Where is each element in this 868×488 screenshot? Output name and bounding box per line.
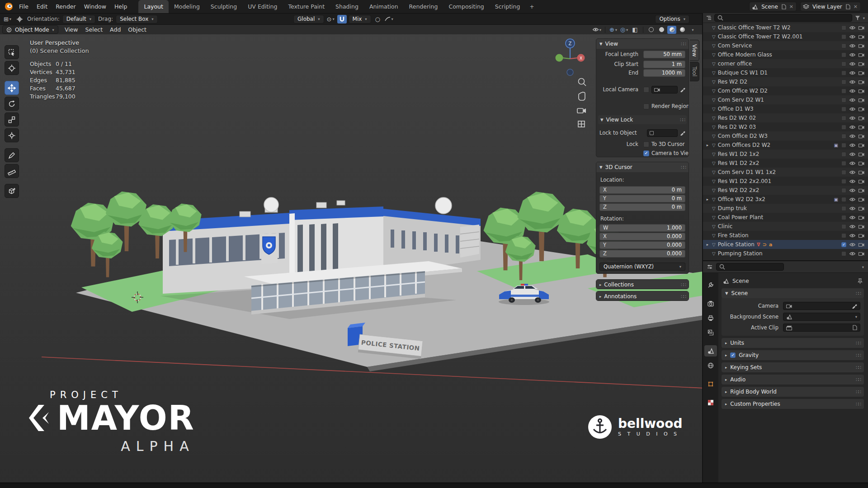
- workspace-tab-uv-editing[interactable]: UV Editing: [242, 0, 283, 13]
- mode-dropdown[interactable]: Object Mode▾: [2, 25, 58, 34]
- cursor-rotation-z-field[interactable]: Z0.000: [599, 250, 685, 258]
- tool-rotate[interactable]: [5, 97, 19, 111]
- menu-help[interactable]: Help: [110, 1, 132, 12]
- workspace-tab-sculpting[interactable]: Sculpting: [205, 0, 242, 13]
- exclude-checkbox[interactable]: [841, 206, 846, 211]
- background-scene-field[interactable]: ▾: [783, 313, 860, 321]
- hide-eye-icon[interactable]: [849, 206, 855, 211]
- tool-select-box[interactable]: [5, 45, 19, 59]
- exclude-checkbox[interactable]: [841, 143, 846, 148]
- camera-visibility-icon[interactable]: [859, 215, 864, 220]
- cursor-location-y-field[interactable]: Y0 m: [599, 195, 685, 202]
- hide-eye-icon[interactable]: [849, 89, 855, 93]
- menu-render[interactable]: Render: [52, 1, 80, 12]
- properties-search-input[interactable]: [716, 263, 784, 271]
- to-3d-cursor-checkbox[interactable]: [643, 141, 649, 147]
- local-camera-checkbox[interactable]: [643, 87, 649, 93]
- cursor-location-x-field[interactable]: X0 m: [599, 186, 685, 194]
- eyedropper-icon[interactable]: [680, 130, 685, 136]
- tool-annotate[interactable]: [5, 148, 19, 162]
- menu-file[interactable]: File: [15, 1, 33, 12]
- outliner-item-com-service[interactable]: ▽ Com Service: [703, 41, 868, 50]
- outliner-item-police-station[interactable]: ▸ ▽ Police Station ∇⊃a ✓: [703, 240, 868, 249]
- properties-tab-world[interactable]: [704, 360, 717, 371]
- view-layer-selector[interactable]: View Layer ×: [800, 2, 861, 11]
- panel-custom-properties[interactable]: ▸ Custom Properties∷∷: [722, 399, 864, 409]
- rotation-mode-dropdown[interactable]: Quaternion (WXYZ)▾: [599, 263, 685, 271]
- camera-visibility-icon[interactable]: [859, 70, 864, 75]
- workspace-tab-texture-paint[interactable]: Texture Paint: [283, 0, 330, 13]
- outliner-options-icon[interactable]: ▾: [863, 16, 865, 20]
- exclude-checkbox[interactable]: [841, 98, 846, 103]
- overlays-button[interactable]: ◎▾: [619, 25, 629, 34]
- new-scene-icon[interactable]: [781, 4, 787, 9]
- shading-material-button[interactable]: [667, 26, 676, 34]
- viewport-menu-add[interactable]: Add: [106, 25, 124, 34]
- tool-cursor[interactable]: [5, 61, 19, 75]
- camera-visibility-icon[interactable]: [859, 25, 864, 30]
- hide-eye-icon[interactable]: [849, 62, 855, 66]
- proportional-falloff-button[interactable]: ▾: [384, 15, 394, 23]
- scene-selector[interactable]: Scene ×: [749, 2, 797, 11]
- exclude-checkbox[interactable]: [841, 116, 846, 121]
- cursor-rotation-y-field[interactable]: Y0.000: [599, 241, 685, 249]
- hide-eye-icon[interactable]: [849, 152, 855, 156]
- outliner-item-res-d2-w2-02[interactable]: ▽ Res D2 W2 02: [703, 113, 868, 122]
- properties-tab-texture[interactable]: [704, 397, 717, 408]
- hide-eye-icon[interactable]: [849, 225, 855, 229]
- outliner-item-res-w1-d2-2x2[interactable]: ▽ Res W1 D2 2x2: [703, 159, 868, 168]
- sidebar-tab-view[interactable]: View: [690, 40, 699, 61]
- outliner-item-office-d1-w3[interactable]: ▽ Office D1 W3: [703, 104, 868, 113]
- tool-add-cube[interactable]: [5, 184, 19, 198]
- properties-tab-view-layer[interactable]: [704, 327, 717, 338]
- scene-panel-header[interactable]: ▼Scene∷∷: [722, 288, 864, 298]
- exclude-checkbox[interactable]: [841, 152, 846, 157]
- exclude-checkbox[interactable]: [841, 125, 846, 130]
- outliner-item-res-w2-d2[interactable]: ▽ Res W2 D2: [703, 77, 868, 86]
- workspace-tab-modeling[interactable]: Modeling: [169, 0, 205, 13]
- outliner-item-res-w2-d2-2x2[interactable]: ▽ Res W2 D2 2x2: [703, 186, 868, 195]
- hide-eye-icon[interactable]: [849, 44, 855, 48]
- exclude-checkbox[interactable]: [841, 179, 846, 184]
- expand-icon[interactable]: ▸: [705, 143, 710, 147]
- editor-type-button[interactable]: ⊞▾: [3, 15, 12, 23]
- outliner-item-classic-office-tower-t2-w2-001[interactable]: ▽ Classic Office Tower T2 W2.001: [703, 32, 868, 41]
- outliner-item-dump-truk[interactable]: ▽ Dump truk: [703, 204, 868, 213]
- add-workspace-button[interactable]: +: [525, 0, 538, 13]
- viewport-menu-view[interactable]: View: [61, 25, 82, 34]
- outliner-item-com-offices-d2-w2[interactable]: ▸ ▽ Com Offices D2 W2 ▣: [703, 141, 868, 150]
- lock-to-object-field[interactable]: [647, 129, 678, 137]
- snap-magnet-button[interactable]: [337, 15, 347, 23]
- transform-orientation-dropdown[interactable]: Global▾: [293, 15, 324, 23]
- camera-visibility-icon[interactable]: [859, 80, 864, 84]
- exclude-checkbox[interactable]: [841, 34, 846, 39]
- hide-eye-icon[interactable]: [849, 134, 855, 138]
- panel-units[interactable]: ▸ Units∷∷: [722, 338, 864, 348]
- panel-rigid-body-world[interactable]: ▸ Rigid Body World∷∷: [722, 387, 864, 397]
- outliner-item-classic-office-tower-t2-w2[interactable]: ▽ Classic Office Tower T2 W2: [703, 23, 868, 32]
- camera-visibility-icon[interactable]: [859, 197, 864, 202]
- workspace-tab-animation[interactable]: Animation: [364, 0, 404, 13]
- panel-keying-sets[interactable]: ▸ Keying Sets∷∷: [722, 362, 864, 372]
- exclude-checkbox[interactable]: [841, 224, 846, 229]
- camera-visibility-icon[interactable]: [859, 125, 864, 129]
- exclude-checkbox[interactable]: [841, 52, 846, 57]
- camera-visibility-icon[interactable]: [859, 89, 864, 93]
- cursor-rotation-x-field[interactable]: X0.000: [599, 233, 685, 240]
- panel-collections[interactable]: ▸Collections∷∷: [596, 279, 689, 289]
- active-clip-field[interactable]: [783, 324, 860, 332]
- workspace-tab-layout[interactable]: Layout: [138, 0, 169, 13]
- properties-tab-tool[interactable]: [704, 279, 717, 291]
- gravity-checkbox[interactable]: ✓: [730, 352, 736, 358]
- camera-visibility-icon[interactable]: [859, 251, 864, 256]
- camera-visibility-icon[interactable]: [859, 43, 864, 48]
- menu-edit[interactable]: Edit: [33, 1, 52, 12]
- exclude-checkbox[interactable]: [841, 197, 846, 202]
- shading-dropdown[interactable]: ▾: [688, 25, 698, 34]
- camera-visibility-icon[interactable]: [859, 98, 864, 102]
- exclude-checkbox[interactable]: [841, 161, 846, 166]
- menu-window[interactable]: Window: [80, 1, 110, 12]
- hide-eye-icon[interactable]: [849, 179, 855, 183]
- orientation-dropdown[interactable]: Default▾: [62, 15, 95, 23]
- exclude-checkbox[interactable]: ✓: [841, 242, 846, 247]
